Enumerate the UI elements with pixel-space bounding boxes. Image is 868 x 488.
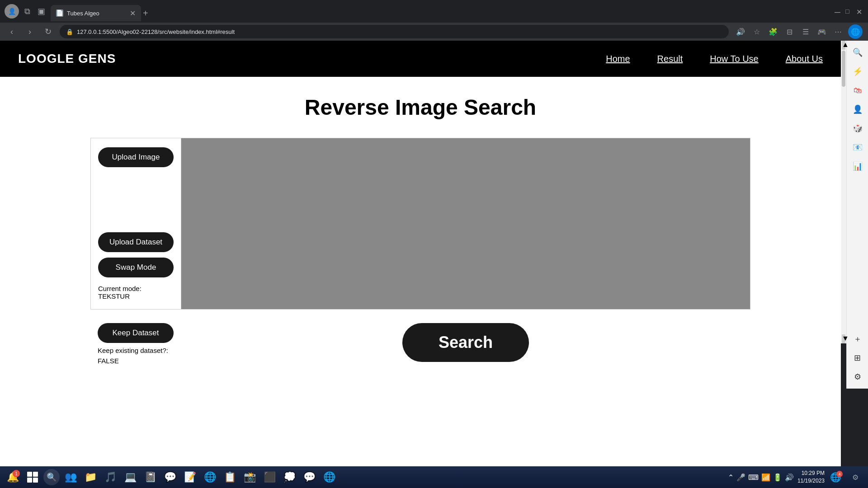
tab-favicon: 📄	[56, 9, 63, 17]
taskbar-settings-btn[interactable]: ⚙	[846, 468, 864, 486]
lock-icon: 🔒	[66, 28, 73, 35]
wifi-icon[interactable]: 📶	[761, 473, 770, 482]
windows-icon	[27, 472, 38, 483]
system-icons: ⌃ 🎤 ⌨ 📶 🔋 🔊	[728, 473, 794, 482]
upload-image-btn[interactable]: Upload Image	[98, 147, 174, 167]
collections-btn[interactable]: ☰	[799, 25, 812, 38]
notification-badge: 1	[13, 470, 20, 477]
mic-icon[interactable]: 🎤	[736, 473, 745, 482]
main-content: Reverse Image Search Upload Image Upload…	[0, 77, 841, 389]
sidebar-outlook-icon[interactable]: 📧	[849, 139, 866, 155]
search-container: Upload Image Upload Dataset Swap Mode Cu…	[90, 138, 750, 310]
taskbar-teams-btn[interactable]: 👥	[61, 468, 80, 486]
scroll-arrow-up[interactable]: ▲	[842, 41, 845, 50]
webpage-content: LOOGLE GENS Home Result How To Use About…	[0, 41, 841, 470]
system-tray-expand-icon[interactable]: ⌃	[728, 473, 734, 482]
favorites-btn[interactable]: ☆	[750, 25, 763, 38]
search-btn[interactable]: Search	[402, 323, 529, 362]
maximize-btn[interactable]: □	[845, 8, 853, 15]
page-scrollbar[interactable]: ▲ ▼	[841, 41, 846, 343]
taskbar-onenote-btn[interactable]: 📓	[141, 468, 159, 486]
taskbar-edge-btn[interactable]: 🌐	[320, 468, 338, 486]
nav-home[interactable]: Home	[606, 54, 630, 64]
taskbar-apps: 👥 📁 🎵 💻 📓 💬 📝 🌐 📋 📸 ⬛ 💭 💬 🌐	[61, 468, 338, 486]
image-preview-spacer	[98, 173, 174, 227]
forward-btn[interactable]: ›	[24, 25, 36, 38]
more-btn[interactable]: ⋯	[832, 25, 844, 38]
image-preview-panel	[181, 138, 750, 309]
site-logo: LOOGLE GENS	[18, 52, 116, 66]
swap-mode-btn[interactable]: Swap Mode	[98, 258, 174, 277]
tab-title: Tubes Algeo	[67, 10, 99, 17]
taskbar: 🔔 1 🔍 👥 📁 🎵 💻 📓 💬 📝 🌐 📋 📸	[0, 466, 868, 488]
edge-profile-btn[interactable]: 🌐	[848, 24, 863, 39]
nav-about-us[interactable]: About Us	[786, 54, 823, 64]
taskbar-vscode-btn[interactable]: 💻	[121, 468, 139, 486]
split-view-btn[interactable]: ⊟	[783, 25, 796, 38]
edge-taskbar-btn[interactable]: 🌐 4	[828, 470, 843, 484]
gamepad-btn[interactable]: 🎮	[816, 25, 828, 38]
sidebar-shopping-icon[interactable]: 🛍	[849, 82, 866, 99]
taskbar-right: ⌃ 🎤 ⌨ 📶 🔋 🔊 10:29 PM 11/19/2023 🌐 4 ⚙	[728, 468, 864, 486]
active-tab[interactable]: 📄 Tubes Algeo ✕	[51, 5, 141, 21]
user-avatar[interactable]: 👤	[5, 4, 19, 19]
nav-result[interactable]: Result	[657, 54, 683, 64]
reload-btn[interactable]: ↻	[42, 25, 54, 38]
tab-overview-btn[interactable]: ⧉	[24, 7, 30, 16]
start-btn[interactable]	[24, 468, 42, 486]
nav-how-to-use[interactable]: How To Use	[710, 54, 758, 64]
sidebar-copilot-icon[interactable]: ⚡	[849, 63, 866, 80]
upload-dataset-btn[interactable]: Upload Dataset	[98, 232, 174, 252]
taskbar-search-btn[interactable]: 🔍	[43, 469, 60, 485]
taskbar-snagit-btn[interactable]: 📸	[241, 468, 259, 486]
sidebar-games-icon[interactable]: 🎲	[849, 120, 866, 136]
navbar: LOOGLE GENS Home Result How To Use About…	[0, 41, 841, 77]
taskbar-sticky-btn[interactable]: 📋	[221, 468, 239, 486]
volume-icon[interactable]: 🔊	[785, 473, 794, 482]
below-container: Keep Dataset Keep existing dataset?: FAL…	[90, 319, 750, 371]
below-left-panel: Keep Dataset Keep existing dataset?: FAL…	[90, 319, 181, 371]
taskbar-line2-btn[interactable]: 💬	[300, 468, 318, 486]
nav-links: Home Result How To Use About Us	[606, 54, 823, 64]
taskbar-word-btn[interactable]: 📝	[181, 468, 199, 486]
taskbar-terminal-btn[interactable]: ⬛	[260, 468, 278, 486]
taskbar-explorer-btn[interactable]: 📁	[81, 468, 99, 486]
keep-dataset-btn[interactable]: Keep Dataset	[98, 323, 174, 343]
taskbar-clock[interactable]: 10:29 PM 11/19/2023	[797, 469, 825, 485]
sidebar-settings-icon[interactable]: ⚙	[849, 369, 866, 385]
sidebar-office-icon[interactable]: 📊	[849, 158, 866, 174]
taskbar-line-btn[interactable]: 💬	[161, 468, 179, 486]
battery-icon[interactable]: 🔋	[773, 473, 782, 482]
tab-close-btn[interactable]: ✕	[130, 9, 136, 18]
edge-sidebar: 🔍 ⚡ 🛍 👤 🎲 📧 📊 ＋ ⊞ ⚙	[846, 41, 868, 389]
sidebar-search-icon[interactable]: 🔍	[849, 44, 866, 61]
edge-badge: 4	[836, 471, 843, 477]
below-right-panel: Search	[181, 319, 750, 366]
read-aloud-btn[interactable]: 🔊	[734, 25, 747, 38]
minimize-btn[interactable]: ─	[835, 8, 842, 15]
scroll-arrow-down[interactable]: ▼	[842, 334, 845, 343]
scroll-thumb[interactable]	[842, 51, 845, 87]
taskbar-discord-btn[interactable]: 💭	[280, 468, 298, 486]
back-btn[interactable]: ‹	[5, 25, 18, 38]
split-tab-btn[interactable]: ▣	[38, 6, 45, 16]
keep-existing-label: Keep existing dataset?: FALSE	[98, 346, 174, 366]
sidebar-persona-icon[interactable]: 👤	[849, 101, 866, 117]
sidebar-customize-icon[interactable]: ⊞	[849, 350, 866, 366]
sidebar-add-icon[interactable]: ＋	[849, 331, 866, 347]
taskbar-chrome-btn[interactable]: 🌐	[201, 468, 219, 486]
keyboard-icon[interactable]: ⌨	[748, 473, 759, 482]
current-mode-label: Current mode: TEKSTUR	[98, 285, 174, 300]
taskbar-notification-btn[interactable]: 🔔 1	[4, 468, 22, 486]
page-title: Reverse Image Search	[90, 95, 750, 120]
close-btn[interactable]: ✕	[856, 8, 863, 15]
address-bar[interactable]: 🔒 127.0.0.1:5500/Algeo02-22128/src/websi…	[60, 25, 729, 38]
new-tab-btn[interactable]: +	[143, 8, 148, 19]
left-panel: Upload Image Upload Dataset Swap Mode Cu…	[91, 138, 181, 309]
url-text: 127.0.0.1:5500/Algeo02-22128/src/website…	[77, 28, 235, 35]
extensions-btn[interactable]: 🧩	[767, 25, 779, 38]
taskbar-spotify-btn[interactable]: 🎵	[101, 468, 119, 486]
